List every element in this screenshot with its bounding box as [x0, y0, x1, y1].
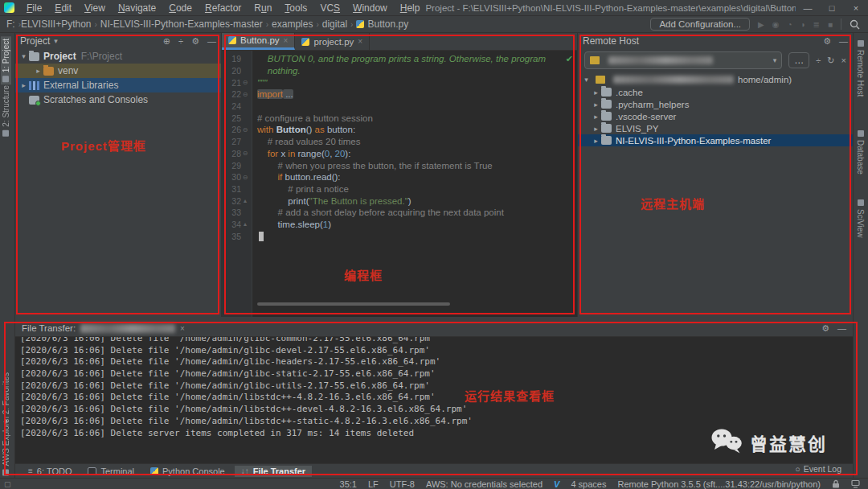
menu-item-vcs[interactable]: VCS: [314, 2, 346, 14]
code-line[interactable]: # read values 20 times: [257, 136, 577, 148]
locate-file-icon[interactable]: ⊕: [163, 36, 170, 47]
editor-tab-button-py[interactable]: Button.py×: [222, 33, 295, 50]
breadcrumb-item[interactable]: examples: [272, 18, 313, 30]
breadcrumb-item[interactable]: NI-ELVIS-III-Python-Examples-master: [100, 18, 263, 30]
fold-minus-icon[interactable]: ⊖: [241, 126, 249, 134]
remote-tree-item[interactable]: ▸.cache: [578, 86, 853, 98]
remote-tree-item[interactable]: ▸ELVIS_PY: [578, 122, 853, 134]
close-window-icon[interactable]: ×: [844, 3, 868, 13]
project-tree-item[interactable]: ▾ProjectF:\Project: [15, 49, 221, 64]
breadcrumb-item[interactable]: Button.py: [356, 18, 408, 30]
server-select-dropdown[interactable]: ▾: [584, 51, 782, 69]
v-plugin-icon[interactable]: V: [554, 479, 559, 489]
menu-item-navigate[interactable]: Navigate: [113, 2, 162, 14]
code-line[interactable]: [257, 101, 577, 113]
tool-button-aws-explorer[interactable]: AWS Explorer: [1, 413, 11, 478]
remote-tree-item[interactable]: ▸.pycharm_helpers: [578, 98, 853, 110]
code-area[interactable]: BUTTON 0, and the program prints a strin…: [252, 51, 577, 317]
menu-item-code[interactable]: Code: [163, 2, 198, 14]
tree-expanded-icon[interactable]: ▾: [18, 52, 29, 60]
close-icon[interactable]: ×: [180, 324, 185, 333]
project-tree-item[interactable]: Scratches and Consoles: [15, 92, 221, 107]
horizontal-scrollbar[interactable]: [257, 302, 450, 306]
tool-tab-6-todo[interactable]: ≡6: TODO: [22, 466, 78, 477]
remote-root-node[interactable]: ▾ home/admin): [578, 73, 853, 86]
menu-item-run[interactable]: Run: [248, 2, 277, 14]
tool-button-remote-host[interactable]: Remote Host: [855, 38, 866, 99]
code-line[interactable]: # configure a button session: [257, 112, 577, 124]
file-encoding[interactable]: UTF-8: [390, 479, 415, 489]
gear-icon[interactable]: ⚙: [823, 36, 831, 47]
aws-credentials[interactable]: AWS: No credentials selected: [426, 479, 542, 489]
tool-window-switcher-icon[interactable]: ▢: [4, 480, 11, 488]
hide-panel-icon[interactable]: —: [837, 323, 846, 333]
remote-tree-item[interactable]: ▸NI-ELVIS-III-Python-Examples-master: [578, 134, 853, 146]
code-line[interactable]: print("The Button is pressed."): [257, 195, 577, 207]
tool-tab-terminal[interactable]: Terminal: [81, 466, 141, 477]
minimize-window-icon[interactable]: —: [796, 3, 820, 13]
tree-expanded-icon[interactable]: ▾: [581, 76, 592, 84]
python-interpreter[interactable]: Remote Python 3.5.5 (sft....31.43:22/usr…: [617, 479, 821, 489]
tree-collapsed-icon[interactable]: ▸: [591, 101, 601, 109]
tool-button-database[interactable]: Database: [855, 128, 866, 177]
breadcrumb-item[interactable]: ELVISIII+Python: [21, 18, 92, 30]
refresh-icon[interactable]: ↻: [827, 55, 834, 66]
close-icon[interactable]: ×: [358, 37, 362, 46]
project-panel-title[interactable]: Project: [20, 35, 50, 47]
code-line[interactable]: """: [257, 76, 577, 88]
tool-button-structure[interactable]: 2: Structure: [1, 83, 11, 139]
code-line[interactable]: for x in range(0, 20):: [257, 148, 577, 160]
menu-item-window[interactable]: Window: [347, 2, 393, 14]
caret-position[interactable]: 35:1: [340, 479, 357, 489]
gear-icon[interactable]: ⚙: [821, 323, 829, 334]
code-line[interactable]: time.sleep(1): [257, 219, 577, 231]
tree-collapsed-icon[interactable]: ▸: [33, 67, 43, 75]
browse-servers-button[interactable]: …: [788, 52, 809, 68]
fold-minus-icon[interactable]: ⊖: [241, 79, 249, 86]
code-line[interactable]: BUTTON 0, and the program prints a strin…: [257, 53, 577, 65]
project-tree-item[interactable]: ▸External Libraries: [15, 78, 221, 92]
menu-item-tools[interactable]: Tools: [279, 2, 313, 14]
menu-item-help[interactable]: Help: [395, 2, 426, 14]
code-line[interactable]: # print a notice: [257, 183, 577, 195]
code-line[interactable]: [257, 230, 577, 242]
collapse-all-icon[interactable]: ÷: [178, 36, 183, 46]
add-configuration-button[interactable]: Add Configuration...: [650, 18, 750, 31]
event-log-button[interactable]: ○ Event Log: [795, 464, 841, 474]
hide-panel-icon[interactable]: —: [839, 36, 848, 46]
close-icon[interactable]: ×: [284, 36, 289, 45]
chevron-down-icon[interactable]: ▾: [54, 37, 58, 45]
tool-button-project[interactable]: 1: Project: [1, 36, 11, 84]
tool-tab-file-transfer[interactable]: ↓↑File Transfer: [235, 466, 312, 477]
tool-tab-python-console[interactable]: Python Console: [144, 466, 231, 477]
editor-body[interactable]: 192021⊖22⊖242526⊖2728⊖2930⊖3132▴3334▴35 …: [222, 51, 577, 317]
fold-minus-icon[interactable]: ⊖: [241, 150, 249, 157]
maximize-window-icon[interactable]: □: [820, 3, 844, 13]
fold-minus-icon[interactable]: ⊖: [241, 91, 249, 98]
indent-setting[interactable]: 4 spaces: [571, 479, 606, 489]
tree-collapsed-icon[interactable]: ▸: [591, 88, 601, 97]
close-icon[interactable]: ×: [841, 55, 846, 65]
code-line[interactable]: # when you press the button, the if stat…: [257, 159, 577, 171]
remote-tree-item[interactable]: ▸.vscode-server: [578, 110, 853, 122]
menu-item-refactor[interactable]: Refactor: [199, 2, 247, 14]
tree-collapsed-icon[interactable]: ▸: [591, 113, 601, 121]
menu-item-edit[interactable]: Edit: [49, 2, 77, 14]
editor-tab-project-py[interactable]: project.py×: [295, 33, 370, 50]
code-line[interactable]: if button.read():: [257, 171, 577, 183]
code-line[interactable]: # add a short delay before acquiring the…: [257, 207, 577, 219]
collapse-all-icon[interactable]: ÷: [816, 55, 821, 65]
code-line[interactable]: nothing.: [257, 65, 577, 77]
tool-button-sciview[interactable]: SciView: [855, 197, 866, 240]
project-tree-item[interactable]: ▸venv: [15, 64, 221, 78]
hide-panel-icon[interactable]: —: [207, 36, 216, 46]
menu-item-view[interactable]: View: [79, 2, 111, 14]
menu-item-file[interactable]: File: [21, 2, 47, 14]
code-line[interactable]: with Button() as button:: [257, 124, 577, 136]
breadcrumb-drive[interactable]: F:: [6, 18, 15, 30]
tree-collapsed-icon[interactable]: ▸: [591, 125, 601, 133]
fold-up-icon[interactable]: ▴: [241, 220, 249, 228]
breadcrumb-item[interactable]: digital: [322, 18, 347, 30]
line-separator[interactable]: LF: [368, 479, 379, 489]
tree-collapsed-icon[interactable]: ▸: [591, 137, 601, 145]
